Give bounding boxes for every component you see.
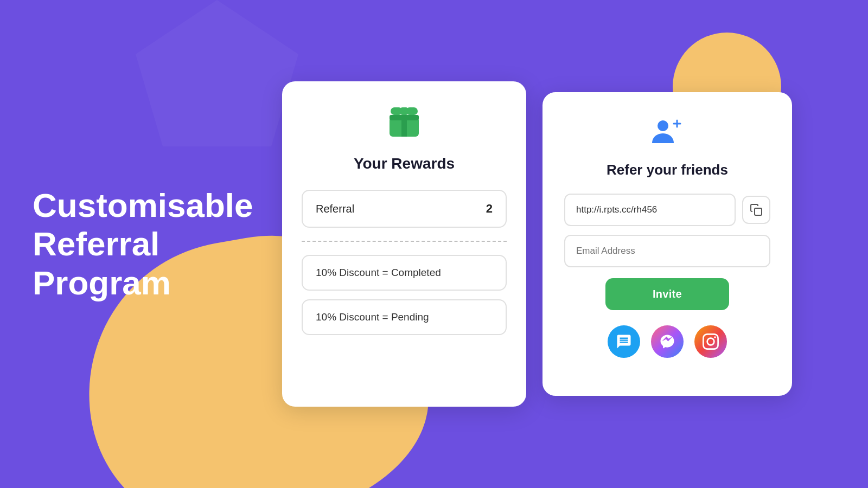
rewards-card: Your Rewards Referral 2 10% Discount = C…	[282, 81, 526, 407]
social-icons-row	[608, 325, 727, 358]
svg-rect-3	[400, 107, 408, 115]
divider	[302, 241, 507, 242]
messenger-icon	[659, 333, 675, 350]
referral-link-input[interactable]	[564, 194, 736, 226]
referral-label: Referral	[316, 203, 354, 215]
invite-button[interactable]: Invite	[605, 278, 729, 310]
instagram-social-button[interactable]	[694, 325, 727, 358]
referral-count: 2	[486, 202, 493, 216]
messenger-social-button[interactable]	[651, 325, 684, 358]
refer-friend-icon	[650, 114, 685, 153]
email-input[interactable]	[564, 235, 770, 267]
refer-title: Refer your friends	[607, 162, 728, 178]
referral-row: Referral 2	[302, 190, 507, 228]
svg-rect-12	[755, 208, 762, 215]
hero-section: Customisable Referral Program	[33, 186, 217, 302]
svg-rect-7	[390, 115, 419, 119]
copy-icon	[750, 203, 763, 216]
hero-title: Customisable Referral Program	[33, 186, 217, 302]
refer-card: Refer your friends Invite	[542, 92, 792, 396]
status-completed-row: 10% Discount = Completed	[302, 255, 507, 291]
instagram-icon	[703, 333, 719, 350]
gift-icon	[385, 103, 423, 146]
chat-icon	[616, 333, 632, 350]
rewards-title: Your Rewards	[354, 155, 455, 172]
status-pending-row: 10% Discount = Pending	[302, 299, 507, 335]
chat-social-button[interactable]	[608, 325, 640, 358]
svg-point-8	[658, 120, 668, 131]
cards-area: Your Rewards Referral 2 10% Discount = C…	[239, 81, 835, 407]
copy-link-button[interactable]	[742, 196, 770, 224]
link-row	[564, 194, 770, 226]
